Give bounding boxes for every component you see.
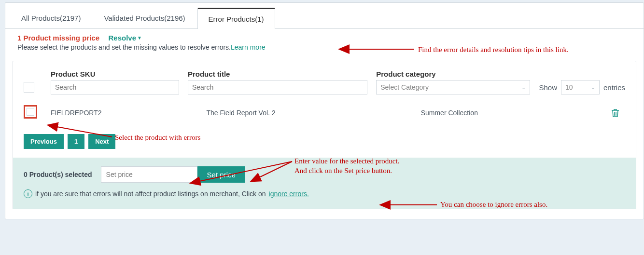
error-banner: 1 Product missing price Resolve ▼ Please… bbox=[17, 34, 636, 51]
sku-column-header: Product SKU bbox=[51, 70, 179, 78]
selection-count: 0 Product(s) selected bbox=[24, 171, 92, 178]
tab-validated-products[interactable]: Validated Products(2196) bbox=[93, 8, 196, 28]
page-1-button[interactable]: 1 bbox=[68, 134, 84, 149]
page-size-select[interactable]: 10 ⌄ bbox=[561, 80, 600, 94]
bulk-action-panel: 0 Product(s) selected Set price i if you… bbox=[13, 158, 636, 209]
entries-label: entries bbox=[603, 83, 625, 92]
title-search-input[interactable] bbox=[188, 80, 367, 94]
sku-search-input[interactable] bbox=[51, 80, 179, 94]
banner-instructions: Please select the products and set the m… bbox=[17, 43, 636, 51]
cell-sku: FIELDREPORT2 bbox=[51, 109, 197, 117]
prev-page-button[interactable]: Previous bbox=[24, 134, 64, 149]
pagination: Previous 1 Next bbox=[24, 129, 625, 158]
tab-error-products[interactable]: Error Products(1) bbox=[197, 8, 275, 29]
filter-row: Product SKU Product title Product catego… bbox=[24, 70, 625, 94]
resolve-dropdown[interactable]: Resolve ▼ bbox=[109, 34, 142, 42]
ignore-instructions: if you are sure that errors will not aff… bbox=[35, 190, 266, 198]
tab-bar: All Products(2197) Validated Products(21… bbox=[5, 8, 644, 29]
chevron-down-icon: ⌄ bbox=[521, 84, 526, 91]
ignore-errors-link[interactable]: ignore errors. bbox=[269, 190, 309, 198]
set-price-button[interactable]: Set price bbox=[197, 166, 245, 183]
title-column-header: Product title bbox=[188, 70, 367, 78]
error-summary: 1 Product missing price bbox=[17, 34, 99, 42]
page-size-value: 10 bbox=[565, 83, 573, 91]
resolve-label: Resolve bbox=[109, 34, 137, 42]
products-panel: All Products(2197) Validated Products(21… bbox=[5, 2, 644, 219]
next-page-button[interactable]: Next bbox=[88, 134, 115, 149]
info-icon: i bbox=[24, 189, 32, 198]
cell-title: The Field Report Vol. 2 bbox=[206, 109, 412, 117]
set-price-input[interactable] bbox=[101, 166, 197, 183]
trash-icon bbox=[611, 108, 619, 118]
select-all-checkbox[interactable] bbox=[24, 82, 34, 93]
learn-more-link[interactable]: Learn more bbox=[231, 43, 266, 51]
row-checkbox[interactable] bbox=[24, 105, 37, 119]
cell-category: Summer Collection bbox=[421, 109, 597, 117]
tab-all-products[interactable]: All Products(2197) bbox=[10, 8, 92, 28]
category-select[interactable]: Select Category ⌄ bbox=[376, 80, 530, 94]
category-column-header: Product category bbox=[376, 70, 530, 78]
category-select-placeholder: Select Category bbox=[380, 83, 429, 91]
table-row: FIELDREPORT2 The Field Report Vol. 2 Sum… bbox=[24, 100, 625, 129]
error-products-table-panel: Product SKU Product title Product catego… bbox=[13, 61, 636, 209]
chevron-down-icon: ⌄ bbox=[591, 84, 595, 91]
caret-down-icon: ▼ bbox=[137, 35, 142, 40]
show-label: Show bbox=[539, 83, 557, 92]
delete-row-button[interactable] bbox=[606, 108, 625, 118]
